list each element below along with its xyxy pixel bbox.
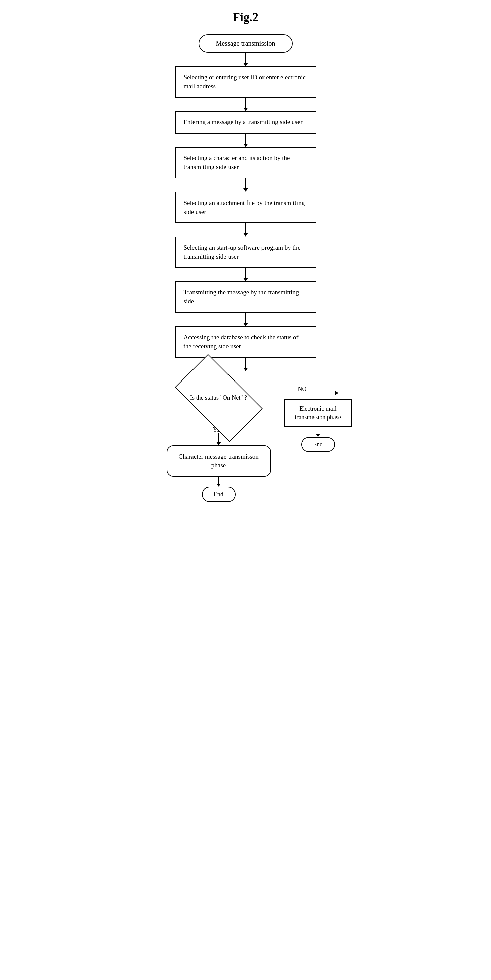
right-column: NO Electronic mail transmission phase En… xyxy=(284,371,352,452)
step4-box: Selecting an attachment file by the tran… xyxy=(175,192,316,223)
left-column: Is the status "On Net" ? YES Character m… xyxy=(167,371,271,502)
arrow-line xyxy=(246,223,246,233)
arrow-head xyxy=(243,108,248,111)
no-arrow-head xyxy=(335,391,338,395)
arrow-4 xyxy=(243,178,248,192)
step7-box: Accessing the database to check the stat… xyxy=(175,326,316,358)
arrow-8 xyxy=(243,358,248,371)
arrow-head xyxy=(243,188,248,192)
page: Fig.2 Message transmission Selecting or … xyxy=(123,10,368,502)
arrow-line xyxy=(246,268,246,278)
arrow-6 xyxy=(243,268,248,281)
arrow-line xyxy=(246,134,246,144)
left-phase-box: Character message transmisson phase xyxy=(167,445,271,477)
arrow-7 xyxy=(243,313,248,326)
arrow-line xyxy=(218,433,219,442)
start-terminal: Message transmission xyxy=(199,34,293,53)
right-branch-box: Electronic mail transmission phase xyxy=(284,399,352,427)
arrow-3 xyxy=(243,134,248,147)
flowchart: Message transmission Selecting or enteri… xyxy=(123,34,368,502)
step2-box: Entering a message by a transmitting sid… xyxy=(175,111,316,134)
right-end-arrow xyxy=(316,427,320,437)
no-connector: NO xyxy=(298,390,338,397)
yes-branch: YES Character message transmisson phase … xyxy=(167,425,271,502)
arrow-5 xyxy=(243,223,248,237)
arrow-head xyxy=(243,63,248,66)
arrow-head xyxy=(243,278,248,281)
arrow-line xyxy=(246,358,246,368)
no-h-line xyxy=(308,393,335,393)
figure-title: Fig.2 xyxy=(233,10,258,24)
arrow-head xyxy=(217,484,221,487)
arrow-line xyxy=(218,477,219,484)
yes-arrow xyxy=(217,433,221,445)
left-end-arrow xyxy=(217,477,221,487)
arrow-line xyxy=(246,313,246,323)
arrow-head xyxy=(243,144,248,147)
decision-diamond: Is the status "On Net" ? xyxy=(175,371,263,425)
left-end-terminal: End xyxy=(202,487,236,502)
arrow-head xyxy=(316,434,320,437)
arrow-1 xyxy=(243,53,248,66)
no-label: NO xyxy=(298,385,306,393)
right-end-terminal: End xyxy=(301,437,335,452)
step6-box: Transmitting the message by the transmit… xyxy=(175,281,316,313)
step3-box: Selecting a character and its action by … xyxy=(175,147,316,178)
arrow-line xyxy=(246,53,246,63)
no-branch: NO Electronic mail transmission phase En… xyxy=(284,390,352,452)
arrow-line xyxy=(318,427,318,434)
arrow-head xyxy=(243,233,248,237)
decision-area: Is the status "On Net" ? YES Character m… xyxy=(128,371,363,502)
step5-box: Selecting an start-up software program b… xyxy=(175,237,316,268)
arrow-line xyxy=(246,97,246,108)
step1-box: Selecting or entering user ID or enter e… xyxy=(175,66,316,97)
arrow-head xyxy=(243,323,248,326)
arrow-line xyxy=(246,178,246,188)
arrow-head xyxy=(243,368,248,371)
arrow-head xyxy=(217,442,221,445)
decision-text: Is the status "On Net" ? xyxy=(187,394,250,402)
arrow-2 xyxy=(243,97,248,111)
